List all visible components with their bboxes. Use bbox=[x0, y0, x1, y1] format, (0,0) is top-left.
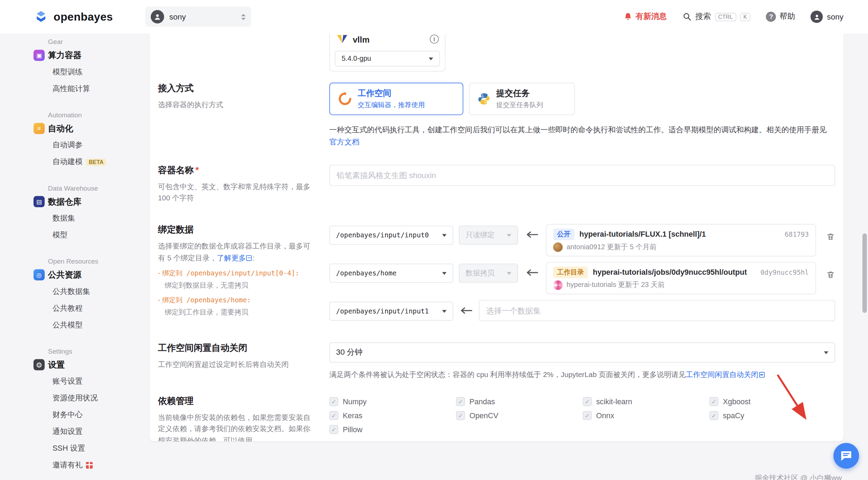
sidebar-item-models[interactable]: 模型 bbox=[52, 230, 149, 240]
dataset-picker-input[interactable] bbox=[479, 300, 835, 322]
official-docs-label: 官方文档 bbox=[329, 138, 359, 146]
checkbox-checked-icon bbox=[583, 397, 592, 406]
sidebar-item-model-training[interactable]: 模型训练 bbox=[52, 67, 149, 77]
chat-icon bbox=[839, 449, 853, 462]
dep-checkbox-numpy[interactable]: Numpy bbox=[329, 397, 456, 406]
sidebar-item-automation[interactable]: ≡ 自动化 bbox=[33, 123, 150, 134]
dep-checkbox-onnx[interactable]: Onnx bbox=[583, 411, 709, 420]
sidebar-item-label: 自动建模 bbox=[52, 157, 82, 167]
binding-hint-input-note: 绑定到数据目录，无需拷贝 bbox=[165, 281, 316, 290]
option-workspace[interactable]: 工作空间 交互编辑器，推荐使用 bbox=[329, 83, 463, 115]
vertical-scrollbar[interactable] bbox=[862, 234, 867, 313]
official-docs-link[interactable]: 官方文档 bbox=[329, 138, 359, 146]
chevron-down-icon bbox=[507, 234, 511, 237]
access-mode-heading: 接入方式 bbox=[158, 83, 316, 95]
dataset-card: 工作目录 hyperai-tutorials/jobs/0dy9nucc95hl… bbox=[546, 262, 816, 295]
sidebar-item-billing[interactable]: 财务中心 bbox=[52, 410, 149, 420]
workspace-selector[interactable]: sony bbox=[145, 7, 251, 27]
dataset-meta: hyperai-tutorials 更新于 23 天前 bbox=[567, 281, 665, 290]
sidebar-item-public-datasets[interactable]: 公共数据集 bbox=[52, 287, 149, 297]
remove-binding-button[interactable] bbox=[826, 224, 835, 244]
binding-learn-more-label: 了解更多 bbox=[217, 253, 246, 262]
sidebar-item-notification-settings[interactable]: 通知设置 bbox=[52, 427, 149, 437]
required-mark: * bbox=[195, 165, 199, 175]
bind-mode-value: 数据拷贝 bbox=[465, 268, 494, 279]
remove-binding-button[interactable] bbox=[826, 262, 835, 282]
checkbox-checked-icon bbox=[710, 411, 719, 420]
section-tag-settings: Settings bbox=[48, 347, 150, 355]
binding-hint-home-note: 绑定到工作目录，需要拷贝 bbox=[165, 308, 316, 317]
chevron-updown-icon bbox=[241, 14, 246, 20]
section-tag-gear: Gear bbox=[48, 38, 150, 46]
sidebar-title-label: 算力容器 bbox=[48, 50, 82, 60]
dep-checkbox-xgboost[interactable]: Xgboost bbox=[710, 397, 836, 406]
bind-mode-select: 只读绑定 bbox=[459, 226, 518, 245]
notifications-button[interactable]: 有新消息 bbox=[623, 12, 667, 22]
sidebar-item-datasets[interactable]: 数据集 bbox=[52, 213, 149, 223]
help-label: 帮助 bbox=[779, 12, 795, 22]
sidebar-item-public-models[interactable]: 公共模型 bbox=[52, 320, 149, 330]
container-name-heading: 容器名称 bbox=[158, 165, 194, 175]
idle-timeout-select[interactable]: 30 分钟 bbox=[329, 343, 835, 363]
question-icon: ? bbox=[766, 12, 776, 22]
main-content: vllm i 5.4.0-gpu 接入方式 bbox=[150, 34, 868, 480]
sidebar-title-label: 公共资源 bbox=[48, 269, 82, 280]
dep-checkbox-keras[interactable]: Keras bbox=[329, 411, 456, 420]
image-version-select[interactable]: 5.4.0-gpu bbox=[335, 51, 440, 67]
sidebar-item-ssh-settings[interactable]: SSH 设置 bbox=[52, 443, 149, 453]
create-container-form: vllm i 5.4.0-gpu 接入方式 bbox=[150, 34, 844, 441]
checkbox-checked-icon bbox=[456, 411, 465, 420]
dep-checkbox-pandas[interactable]: Pandas bbox=[456, 397, 583, 406]
access-mode-description: 一种交互式的代码执行工具，创建工作空间后我们可以在其上做一些即时的命令执行和尝试… bbox=[329, 124, 832, 148]
sidebar-item-referral[interactable]: 邀请有礼 bbox=[52, 460, 149, 470]
idle-docs-label: 工作空间闲置自动关闭 bbox=[686, 371, 758, 379]
dataset-card: 公开 hyperai-tutorials/FLUX.1 [schnell]/1 … bbox=[546, 224, 816, 257]
dep-checkbox-scikit-learn[interactable]: scikit-learn bbox=[583, 397, 709, 406]
mount-path-select[interactable]: /openbayes/input/input1 bbox=[329, 302, 453, 321]
brand-logo[interactable]: openbayes bbox=[33, 9, 113, 24]
dep-checkbox-spacy[interactable]: spaCy bbox=[710, 411, 836, 420]
sidebar-item-automl[interactable]: 自动建模 BETA bbox=[52, 157, 149, 167]
sidebar-item-account-settings[interactable]: 账号设置 bbox=[52, 376, 149, 386]
image-name: vllm bbox=[353, 34, 369, 44]
dataset-owner-avatar bbox=[553, 281, 563, 290]
dep-label: OpenCV bbox=[470, 412, 499, 420]
search-icon bbox=[682, 12, 691, 21]
mount-path-select[interactable]: /openbayes/input/input0 bbox=[329, 226, 453, 245]
sidebar-item-public-tutorials[interactable]: 公共教程 bbox=[52, 303, 149, 313]
bind-mode-value: 只读绑定 bbox=[465, 230, 494, 241]
idle-docs-link[interactable]: 工作空间闲置自动关闭 bbox=[686, 371, 765, 379]
sidebar-item-auto-tuning[interactable]: 自动调参 bbox=[52, 140, 149, 150]
trash-icon bbox=[826, 270, 835, 280]
binding-learn-more-link[interactable]: 了解更多 bbox=[217, 253, 253, 262]
bell-icon bbox=[623, 12, 633, 21]
dep-checkbox-pillow[interactable]: Pillow bbox=[329, 425, 456, 434]
dataset-ref: 0dy9nucc95hl bbox=[761, 269, 809, 276]
chevron-down-icon bbox=[442, 310, 447, 313]
dep-checkbox-opencv[interactable]: OpenCV bbox=[456, 411, 583, 420]
mount-path-select[interactable]: /openbayes/home bbox=[329, 264, 453, 283]
sidebar-item-compute-containers[interactable]: ▣ 算力容器 bbox=[33, 50, 150, 61]
hint-path: 绑定到 /openbayes/home: bbox=[162, 296, 251, 304]
option-submit-job[interactable]: 提交任务 提交至任务队列 bbox=[469, 83, 575, 115]
brand-name: openbayes bbox=[54, 10, 113, 23]
sidebar-item-public-resources[interactable]: ◎ 公共资源 bbox=[33, 269, 150, 280]
user-menu[interactable]: sony bbox=[811, 10, 844, 23]
container-name-input[interactable] bbox=[329, 165, 835, 186]
chat-widget-button[interactable] bbox=[833, 443, 859, 469]
search-button[interactable]: 搜索 CTRL K bbox=[682, 12, 750, 22]
sidebar-item-resource-usage[interactable]: 资源使用状况 bbox=[52, 393, 149, 403]
hint-dash: - bbox=[158, 269, 160, 277]
sidebar-item-hpc[interactable]: 高性能计算 bbox=[52, 84, 149, 94]
sidebar-item-data-warehouse[interactable]: ▤ 数据仓库 bbox=[33, 196, 150, 207]
info-icon[interactable]: i bbox=[430, 35, 439, 44]
ctrl-keycap: CTRL bbox=[715, 13, 736, 21]
external-doc-icon bbox=[246, 255, 252, 261]
section-tag-automation: Automation bbox=[48, 111, 150, 119]
gift-icon bbox=[86, 462, 92, 468]
help-button[interactable]: ? 帮助 bbox=[766, 12, 795, 22]
public-badge: 公开 bbox=[553, 229, 575, 241]
user-name: sony bbox=[827, 12, 843, 21]
bind-mode-select: 数据拷贝 bbox=[459, 264, 518, 283]
sidebar-item-settings[interactable]: ⚙ 设置 bbox=[33, 359, 150, 370]
